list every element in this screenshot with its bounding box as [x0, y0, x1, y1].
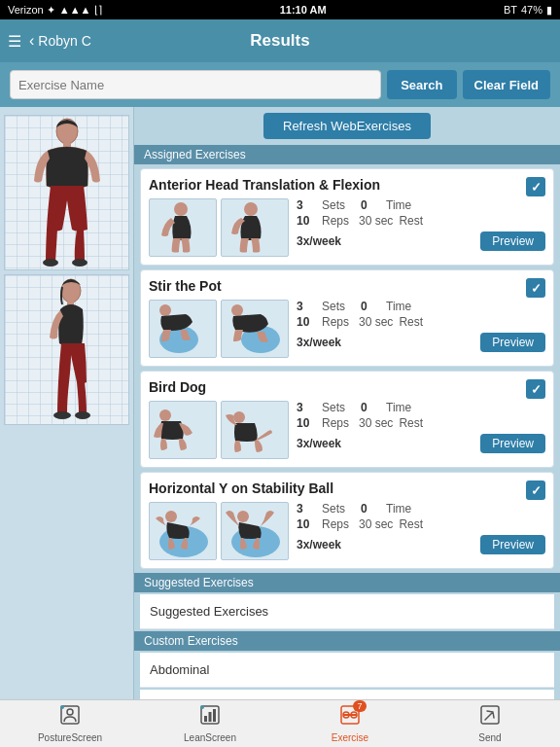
assigned-section-header: Assigned Exercises	[134, 145, 560, 164]
refresh-button[interactable]: Refresh WebExercises	[263, 113, 431, 139]
exercise-title-2: Stir the Pot	[149, 278, 545, 294]
clear-field-button[interactable]: Clear Field	[463, 70, 550, 99]
nav-bar: ☰ ‹ Robyn C Results	[0, 19, 560, 62]
detail-sets-3: 3 Sets 0 Time	[297, 401, 545, 414]
exercise-card-1: Anterior Head Translation & Flexion	[140, 168, 554, 266]
detail-reps-1: 10 Reps 30 sec Rest	[297, 214, 545, 228]
exercise-img-3b	[221, 401, 289, 459]
svg-point-7	[75, 411, 90, 419]
svg-rect-25	[209, 712, 212, 722]
custom-item-abdominal[interactable]: Abdominal	[140, 653, 554, 688]
exercise-images-2	[149, 300, 289, 358]
exercise-body-1: 3 Sets 0 Time 10 Reps 30 sec Rest 3x/wee…	[149, 198, 545, 257]
exercise-card-3: Bird Dog	[140, 371, 554, 468]
exercise-details-4: 3 Sets 0 Time 10 Reps 30 sec Rest 3x/wee…	[297, 502, 545, 554]
freq-row-4: 3x/week Preview	[297, 535, 545, 554]
detail-sets-2: 3 Sets 0 Time	[297, 300, 545, 313]
right-panel[interactable]: Refresh WebExercises Assigned Exercises …	[134, 107, 560, 699]
detail-sets-1: 3 Sets 0 Time	[297, 198, 545, 212]
bluetooth-icon: BT	[504, 4, 517, 16]
exercise-icon: 7	[339, 704, 361, 730]
exercise-title-4: Horizontal Y on Stability Ball	[149, 480, 545, 496]
detail-reps-4: 10 Reps 30 sec Rest	[297, 517, 545, 531]
freq-row-2: 3x/week Preview	[297, 333, 545, 352]
svg-point-11	[159, 304, 171, 316]
exercise-images-1	[149, 198, 289, 257]
svg-point-17	[165, 511, 177, 522]
exercise-img-2b	[221, 300, 289, 358]
svg-rect-24	[204, 716, 207, 722]
menu-icon[interactable]: ☰	[8, 32, 21, 51]
svg-point-27	[200, 705, 204, 709]
human-figure-front-svg	[28, 118, 106, 268]
svg-point-14	[159, 409, 171, 421]
suggested-section-header: Suggested Exercises	[134, 573, 560, 592]
back-label[interactable]: Robyn C	[38, 33, 90, 49]
detail-reps-3: 10 Reps 30 sec Rest	[297, 416, 545, 430]
exercise-details-2: 3 Sets 0 Time 10 Reps 30 sec Rest 3x/wee…	[297, 300, 545, 352]
body-figure-side	[4, 274, 129, 425]
checkbox-3[interactable]: ✓	[526, 379, 545, 399]
exercise-img-4a	[149, 502, 217, 560]
human-figure-side-svg	[28, 277, 106, 423]
detail-sets-4: 3 Sets 0 Time	[297, 502, 545, 516]
svg-point-21	[67, 709, 73, 715]
exercise-images-3	[149, 401, 289, 459]
exercise-img-1a	[149, 198, 217, 257]
tab-send[interactable]: Send	[420, 700, 560, 747]
checkbox-2[interactable]: ✓	[526, 278, 545, 298]
search-button[interactable]: Search	[387, 70, 456, 99]
nav-back[interactable]: ☰ ‹ Robyn C	[8, 32, 91, 51]
preview-button-3[interactable]: Preview	[480, 434, 545, 453]
exercise-badge: 7	[353, 700, 367, 712]
exercise-images-4	[149, 502, 289, 560]
status-carrier: Verizon ✦ ▲▲▲ ⌊⌉	[8, 4, 102, 17]
preview-button-1[interactable]: Preview	[480, 231, 545, 251]
tab-bar: PostureScreen LeanScreen 7 Exercise	[0, 699, 560, 747]
svg-rect-26	[213, 709, 216, 722]
svg-point-9	[244, 202, 258, 216]
page-title: Results	[250, 31, 309, 51]
exercise-img-3a	[149, 401, 217, 459]
tab-leanscreen[interactable]: LeanScreen	[140, 700, 280, 747]
exercise-details-1: 3 Sets 0 Time 10 Reps 30 sec Rest 3x/wee…	[297, 198, 545, 251]
tab-exercise[interactable]: 7 Exercise	[280, 700, 420, 747]
exercise-card-4: Horizontal Y on Stability Ball	[140, 472, 554, 569]
signal-icon: ▲▲▲	[59, 4, 91, 16]
battery-level: 47%	[521, 4, 542, 16]
svg-point-13	[231, 304, 243, 316]
exercise-body-4: 3 Sets 0 Time 10 Reps 30 sec Rest 3x/wee…	[149, 502, 545, 560]
status-time: 11:10 AM	[280, 4, 327, 16]
svg-point-3	[72, 259, 88, 267]
suggested-item-1[interactable]: Suggested Exercises	[140, 594, 554, 629]
exercise-details-3: 3 Sets 0 Time 10 Reps 30 sec Rest 3x/wee…	[297, 401, 545, 453]
checkbox-4[interactable]: ✓	[526, 480, 545, 500]
back-arrow-icon[interactable]: ‹	[29, 32, 34, 50]
tab-posturescreen[interactable]: PostureScreen	[0, 700, 140, 747]
freq-row-3: 3x/week Preview	[297, 434, 545, 453]
svg-point-6	[53, 411, 71, 419]
leanscreen-icon	[199, 704, 221, 730]
exercise-title-3: Bird Dog	[149, 379, 545, 395]
send-icon	[479, 704, 501, 730]
body-figure-front	[4, 115, 129, 270]
exercise-img-2a	[149, 300, 217, 358]
exercise-img-4b	[221, 502, 289, 560]
carrier-text: Verizon ✦	[8, 4, 55, 17]
svg-point-15	[233, 411, 245, 423]
svg-point-22	[60, 705, 64, 709]
tab-leanscreen-label: LeanScreen	[184, 732, 236, 743]
preview-button-2[interactable]: Preview	[480, 333, 545, 352]
custom-item-knee[interactable]: Knee	[140, 690, 554, 699]
checkbox-1[interactable]: ✓	[526, 177, 545, 196]
tab-send-label: Send	[478, 732, 501, 743]
search-input[interactable]	[10, 70, 381, 99]
exercise-body-3: 3 Sets 0 Time 10 Reps 30 sec Rest 3x/wee…	[149, 401, 545, 459]
preview-button-4[interactable]: Preview	[480, 535, 545, 554]
svg-point-8	[174, 202, 188, 216]
svg-point-2	[43, 259, 58, 267]
exercise-body-2: 3 Sets 0 Time 10 Reps 30 sec Rest 3x/wee…	[149, 300, 545, 358]
custom-section-header: Custom Exercises	[134, 631, 560, 651]
posturescreen-icon	[59, 704, 81, 730]
exercise-card-2: Stir the Pot	[140, 269, 554, 367]
